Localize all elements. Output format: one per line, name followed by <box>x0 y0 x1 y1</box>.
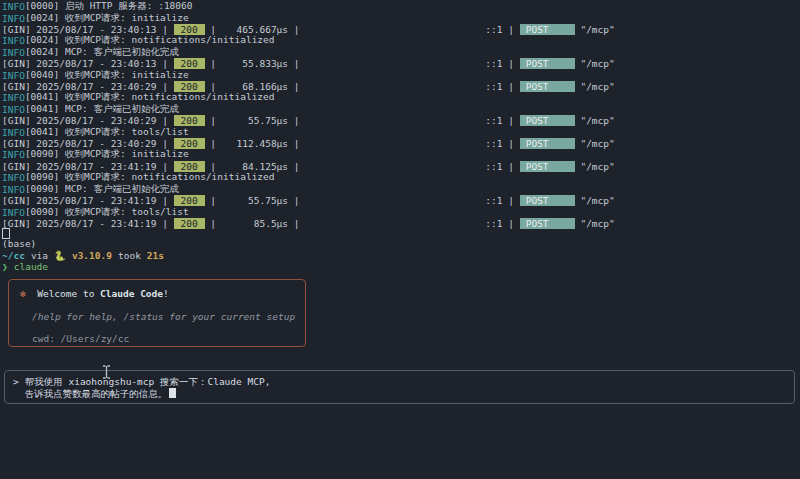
method-badge: POST <box>520 138 575 149</box>
pipe-separator: | <box>205 24 216 35</box>
shell-path: ~/cc <box>2 250 25 261</box>
gin-prefix: [GIN] 2025/08/17 - 23:40:29 <box>2 115 162 126</box>
log-level-tag: INFO <box>2 13 25 24</box>
info-log-line: INFO[0090] 收到MCP请求: initialize <box>2 149 800 160</box>
info-log-line: INFO[0024] 收到MCP请求: initialize <box>2 12 800 23</box>
method-badge: POST <box>520 58 575 69</box>
pipe-separator: | <box>205 218 216 229</box>
latency-value: 55.833µs <box>216 58 288 69</box>
log-message: [0090] 收到MCP请求: initialize <box>25 148 189 161</box>
text-cursor-block <box>169 388 176 398</box>
status-badge: 200 <box>174 24 205 35</box>
gin-log-line: [GIN] 2025/08/17 - 23:41:19 | 200 |85.5µ… <box>2 218 800 229</box>
pipe-separator: | <box>503 24 520 35</box>
request-path: "/mcp" <box>575 115 615 126</box>
client-ip: ::1 <box>300 195 503 206</box>
pipe-separator: | <box>288 161 299 172</box>
client-ip: ::1 <box>300 115 503 126</box>
log-area: INFO[0000] 启动 HTTP 服务器: :18060INFO[0024]… <box>2 1 800 229</box>
pipe-separator: | <box>503 195 520 206</box>
input-text-line1: 帮我使用 xiaohongshu-mcp 搜索一下：Claude MCP, <box>25 376 271 388</box>
input-prompt-char: > <box>13 376 19 388</box>
pipe-separator: | <box>288 24 299 35</box>
welcome-title-prefix: Welcome to <box>37 288 100 299</box>
pipe-separator: | <box>503 138 520 149</box>
latency-value: 465.667µs <box>216 24 288 35</box>
gin-prefix: [GIN] 2025/08/17 - 23:40:13 <box>2 24 162 35</box>
pipe-separator: | <box>162 58 173 69</box>
pipe-separator: | <box>162 81 173 92</box>
pipe-separator: | <box>503 161 520 172</box>
input-text-line2-row: 告诉我点赞数最高的帖子的信息。 <box>25 388 271 400</box>
pipe-separator: | <box>162 195 173 206</box>
pipe-separator: | <box>205 195 216 206</box>
pipe-separator: | <box>288 81 299 92</box>
pipe-separator: | <box>205 138 216 149</box>
input-text: 帮我使用 xiaohongshu-mcp 搜索一下：Claude MCP, 告诉… <box>25 376 271 399</box>
conda-env: (base) <box>2 238 36 249</box>
gin-prefix: [GIN] 2025/08/17 - 23:40:13 <box>2 58 162 69</box>
status-badge: 200 <box>174 58 205 69</box>
log-message: [0024] 收到MCP请求: initialize <box>25 12 189 25</box>
client-ip: ::1 <box>300 138 503 149</box>
request-path: "/mcp" <box>575 58 615 69</box>
client-ip: ::1 <box>300 58 503 69</box>
welcome-title-suffix: ! <box>163 288 169 299</box>
took-label: took <box>118 250 141 261</box>
request-path: "/mcp" <box>575 81 615 92</box>
status-badge: 200 <box>174 195 205 206</box>
request-path: "/mcp" <box>575 24 615 35</box>
client-ip: ::1 <box>300 161 503 172</box>
log-level-tag: INFO <box>2 1 25 12</box>
log-level-tag: INFO <box>2 184 25 195</box>
log-message: [0024] MCP: 客户端已初始化完成 <box>25 46 179 59</box>
log-level-tag: INFO <box>2 70 25 81</box>
request-path: "/mcp" <box>575 138 615 149</box>
pipe-separator: | <box>162 24 173 35</box>
conda-env-line: (base) <box>2 238 164 250</box>
pipe-separator: | <box>162 218 173 229</box>
gin-prefix: [GIN] 2025/08/17 - 23:41:19 <box>2 218 162 229</box>
pipe-separator: | <box>162 115 173 126</box>
pipe-separator: | <box>205 58 216 69</box>
pipe-separator: | <box>205 161 216 172</box>
chat-input-box[interactable]: > 帮我使用 xiaohongshu-mcp 搜索一下：Claude MCP, … <box>4 370 795 404</box>
claude-welcome-box: ✻ Welcome to Claude Code! /help for help… <box>8 279 306 347</box>
shell-status-line: ~/cc via 🐍 v3.10.9 took 21s <box>2 250 164 262</box>
python-icon: 🐍 <box>54 250 66 261</box>
cwd-line: cwd: /Users/zy/cc <box>32 333 129 344</box>
status-badge: 200 <box>174 81 205 92</box>
shell-prompt-block: (base) ~/cc via 🐍 v3.10.9 took 21s ❯ cla… <box>2 238 164 273</box>
request-path: "/mcp" <box>575 218 615 229</box>
log-message: [0041] 收到MCP请求: tools/list <box>25 126 189 139</box>
pipe-separator: | <box>288 58 299 69</box>
log-level-tag: INFO <box>2 35 25 46</box>
pipe-separator: | <box>288 138 299 149</box>
pipe-separator: | <box>205 81 216 92</box>
method-badge: POST <box>520 81 575 92</box>
request-path: "/mcp" <box>575 195 615 206</box>
status-badge: 200 <box>174 218 205 229</box>
command-duration: 21s <box>147 250 164 261</box>
welcome-title-product: Claude Code <box>100 288 163 299</box>
pipe-separator: | <box>503 218 520 229</box>
client-ip: ::1 <box>300 218 503 229</box>
log-message: [0090] 收到MCP请求: tools/list <box>25 206 189 219</box>
log-level-tag: INFO <box>2 207 25 218</box>
status-badge: 200 <box>174 161 205 172</box>
log-level-tag: INFO <box>2 47 25 58</box>
pipe-separator: | <box>288 115 299 126</box>
status-badge: 200 <box>174 115 205 126</box>
command-line: ❯ claude <box>2 261 164 273</box>
log-level-tag: INFO <box>2 92 25 103</box>
latency-value: 68.166µs <box>216 81 288 92</box>
log-message: [0040] 收到MCP请求: initialize <box>25 69 189 82</box>
info-log-line: INFO[0041] MCP: 客户端已初始化完成 <box>2 104 800 115</box>
log-level-tag: INFO <box>2 104 25 115</box>
welcome-title-row: ✻ Welcome to Claude Code! <box>20 288 169 299</box>
pipe-separator: | <box>503 81 520 92</box>
info-log-line: INFO[0090] MCP: 客户端已初始化完成 <box>2 184 800 195</box>
info-log-line: INFO[0041] 收到MCP请求: tools/list <box>2 126 800 137</box>
pipe-separator: | <box>288 195 299 206</box>
help-hint-line: /help for help, /status for your current… <box>32 311 295 322</box>
